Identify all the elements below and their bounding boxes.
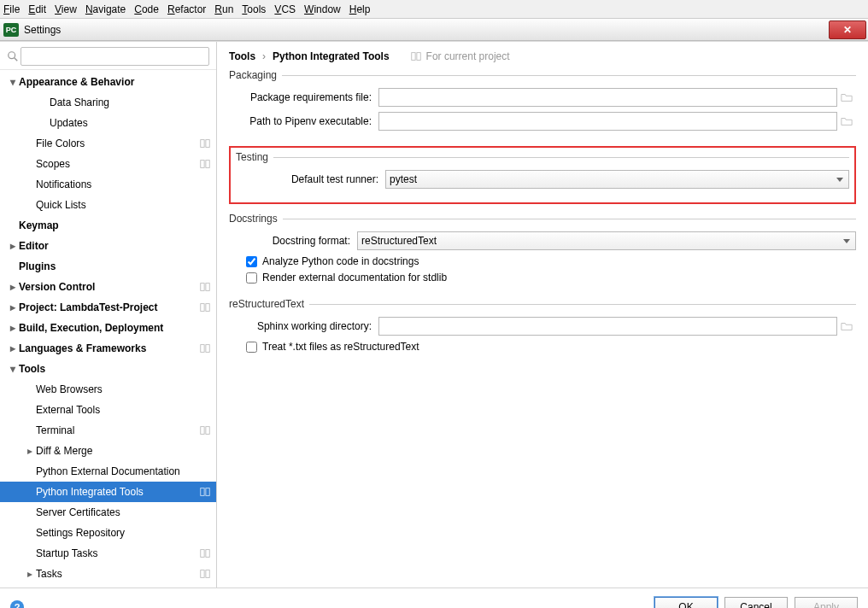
project-icon	[199, 281, 211, 293]
svg-rect-6	[201, 284, 204, 291]
chevron-right-icon: ›	[262, 50, 266, 62]
tree-item-languages-frameworks[interactable]: ▸Languages & Frameworks	[0, 338, 216, 359]
tree-item-label: Keymap	[19, 219, 216, 231]
label-test-runner: Default test runner:	[253, 173, 385, 185]
tree-item-tasks[interactable]: ▸Tasks	[0, 564, 216, 584]
menu-view[interactable]: View	[55, 3, 77, 15]
menu-run[interactable]: Run	[214, 3, 233, 15]
chevron-right-icon: ▸	[7, 240, 19, 252]
menu-file[interactable]: File	[3, 3, 20, 15]
apply-button[interactable]: Apply	[795, 597, 858, 609]
tree-item-quick-lists[interactable]: Quick Lists	[0, 195, 216, 215]
check-render-stdlib[interactable]	[246, 272, 257, 284]
combo-docstring-format[interactable]: reStructuredText	[357, 231, 856, 250]
help-icon[interactable]: ?	[10, 600, 24, 609]
tree-item-build-execution-deployment[interactable]: ▸Build, Execution, Deployment	[0, 318, 216, 338]
section-rst: reStructuredText Sphinx working director…	[229, 298, 856, 357]
close-button[interactable]: ✕	[829, 20, 866, 39]
tree-item-label: Web Browsers	[36, 383, 216, 395]
svg-rect-15	[206, 488, 209, 496]
project-icon	[199, 301, 211, 313]
tree-item-diff-merge[interactable]: ▸Diff & Merge	[0, 441, 216, 461]
label-sphinx-dir: Sphinx working directory:	[246, 320, 378, 332]
tree-item-updates[interactable]: Updates	[0, 113, 216, 133]
menu-code[interactable]: Code	[134, 3, 159, 15]
chevron-right-icon: ▸	[7, 322, 19, 334]
dialog-footer: ? OK Cancel Apply	[0, 588, 868, 608]
svg-rect-10	[201, 345, 204, 353]
tree-item-python-external-documentation[interactable]: Python External Documentation	[0, 461, 216, 482]
tree-item-keymap[interactable]: Keymap	[0, 215, 216, 236]
tree-item-label: Version Control	[19, 281, 199, 293]
chevron-right-icon: ▸	[24, 568, 36, 580]
tree-item-file-colors[interactable]: File Colors	[0, 133, 216, 154]
section-packaging: Packaging Package requirements file: Pat…	[229, 69, 856, 136]
label-requirements: Package requirements file:	[246, 91, 378, 103]
label-render-stdlib: Render external documentation for stdlib	[262, 272, 447, 284]
folder-icon[interactable]	[837, 115, 856, 127]
search-input[interactable]	[21, 47, 209, 66]
menu-tools[interactable]: Tools	[242, 3, 266, 15]
tree-item-label: Scopes	[36, 158, 199, 170]
project-icon	[410, 50, 422, 62]
label-pipenv: Path to Pipenv executable:	[246, 115, 378, 127]
svg-line-1	[15, 58, 18, 61]
tree-item-label: Plugins	[19, 260, 216, 272]
svg-rect-7	[206, 284, 209, 291]
crumb-page: Python Integrated Tools	[273, 50, 389, 62]
menu-refactor[interactable]: Refactor	[167, 3, 206, 15]
content-panel: Tools › Python Integrated Tools For curr…	[217, 42, 868, 588]
tree-item-label: Languages & Frameworks	[19, 342, 199, 354]
svg-rect-3	[206, 140, 209, 148]
tree-item-label: Settings Repository	[36, 527, 216, 539]
tree-item-plugins[interactable]: Plugins	[0, 256, 216, 277]
folder-icon[interactable]	[837, 91, 856, 103]
combo-test-runner[interactable]: pytest	[385, 170, 849, 189]
tree-item-label: Tools	[19, 363, 216, 375]
highlight-testing: Testing Default test runner: pytest	[229, 146, 856, 204]
window-title: Settings	[24, 24, 827, 36]
input-pipenv[interactable]	[378, 112, 837, 131]
svg-rect-20	[411, 53, 414, 61]
menu-vcs[interactable]: VCS	[274, 3, 296, 15]
menu-navigate[interactable]: Navigate	[85, 3, 126, 15]
check-treat-txt[interactable]	[246, 342, 257, 353]
menu-help[interactable]: Help	[349, 3, 371, 15]
search-icon	[7, 50, 19, 62]
tree-item-terminal[interactable]: Terminal	[0, 420, 216, 441]
chevron-right-icon: ▸	[7, 281, 19, 293]
app-icon: PC	[3, 23, 19, 37]
tree-item-external-tools[interactable]: External Tools	[0, 400, 216, 420]
tree-item-python-integrated-tools[interactable]: Python Integrated Tools	[0, 482, 216, 502]
tree-item-scopes[interactable]: Scopes	[0, 154, 216, 174]
folder-icon[interactable]	[837, 320, 856, 332]
cancel-button[interactable]: Cancel	[724, 597, 788, 609]
breadcrumb: Tools › Python Integrated Tools For curr…	[229, 50, 856, 62]
crumb-tools: Tools	[229, 50, 255, 62]
tree-item-server-certificates[interactable]: Server Certificates	[0, 502, 216, 523]
menu-window[interactable]: Window	[304, 3, 341, 15]
tree-item-data-sharing[interactable]: Data Sharing	[0, 92, 216, 113]
ok-button[interactable]: OK	[654, 597, 718, 609]
tree-item-label: Terminal	[36, 424, 199, 436]
input-sphinx-dir[interactable]	[378, 317, 837, 336]
tree-item-tools[interactable]: ▾Tools	[0, 359, 216, 379]
tree-item-web-browsers[interactable]: Web Browsers	[0, 379, 216, 400]
tree-item-label: Startup Tasks	[36, 547, 199, 559]
tree-item-label: Tasks	[36, 568, 199, 580]
tree-item-startup-tasks[interactable]: Startup Tasks	[0, 543, 216, 564]
menu-edit[interactable]: Edit	[28, 3, 46, 15]
tree-item-settings-repository[interactable]: Settings Repository	[0, 523, 216, 543]
tree-item-appearance-behavior[interactable]: ▾Appearance & Behavior	[0, 72, 216, 92]
chevron-right-icon: ▸	[7, 301, 19, 313]
tree-item-notifications[interactable]: Notifications	[0, 174, 216, 195]
tree-item-project-lambdatest-project[interactable]: ▸Project: LambdaTest-Project	[0, 297, 216, 318]
search-wrap	[0, 42, 216, 70]
tree-item-version-control[interactable]: ▸Version Control	[0, 277, 216, 297]
check-analyze-docstrings[interactable]	[246, 256, 257, 267]
input-requirements[interactable]	[378, 88, 837, 107]
tree-item-editor[interactable]: ▸Editor	[0, 236, 216, 256]
section-title-testing: Testing	[236, 151, 268, 163]
svg-rect-18	[201, 570, 204, 578]
tree-item-label: Project: LambdaTest-Project	[19, 301, 199, 313]
